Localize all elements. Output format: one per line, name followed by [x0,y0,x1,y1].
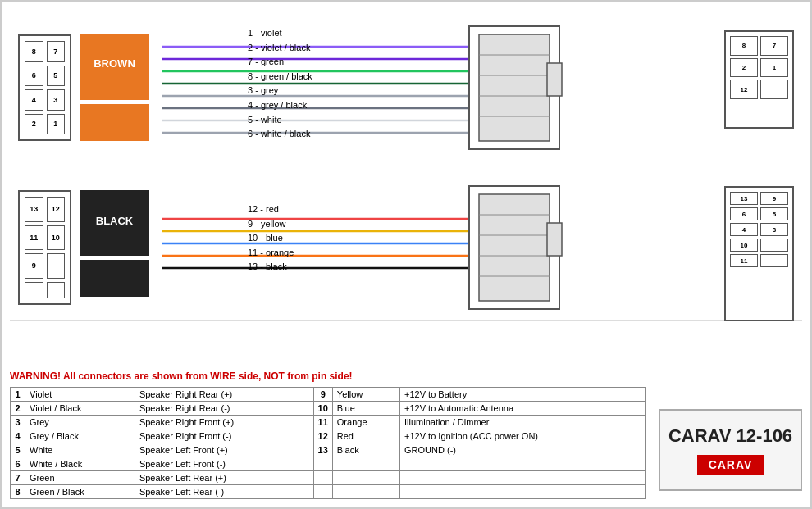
connector-right-bottom: 139 65 43 10 11 [724,186,794,321]
main-container: 8 7 6 5 4 3 2 1 13 12 11 10 9 [0,0,812,509]
brand-box: CARAV 12-106 CARAV [659,409,802,491]
pin-3: 3 [47,89,66,111]
brand-logo: CARAV [697,455,764,475]
pin-empty2 [25,282,43,299]
block-black-bottom [80,260,149,297]
svg-rect-27 [547,223,562,256]
svg-rect-22 [479,194,550,301]
wire-labels-top: 1 - violet 2 - violet / black 7 - green … [248,26,312,142]
table-row: 2Violet / BlackSpeaker Right Rear (-) 10… [11,402,646,416]
connector-right-top: 87 21 12 [724,30,794,129]
svg-rect-14 [469,26,559,149]
table-row: 8Green / BlackSpeaker Left Rear (-) [11,485,646,499]
diagram-area: 8 7 6 5 4 3 2 1 13 12 11 10 9 [10,10,802,321]
block-black-label: BLACK [80,215,149,227]
table-row: 4Grey / BlackSpeaker Right Front (-) 12R… [11,429,646,443]
svg-rect-15 [479,34,550,141]
pin-2: 2 [25,114,43,135]
brand-model: CARAV 12-106 [668,425,792,447]
svg-rect-21 [469,186,559,309]
warning-text: WARNING! All connectors are shown from W… [10,370,646,382]
table-area: WARNING! All connectors are shown from W… [10,370,646,499]
pin-13: 13 [25,197,43,222]
table-row: 1VioletSpeaker Right Rear (+) 9Yellow+12… [11,388,646,402]
block-brown-label: BROWN [80,57,149,70]
pin-6: 6 [25,66,43,87]
pin-5: 5 [47,66,66,87]
pin-10: 10 [47,225,66,251]
pin-11: 11 [25,225,43,251]
svg-rect-20 [547,63,562,96]
pin-1: 1 [47,114,66,135]
connector-left-top: 8 7 6 5 4 3 2 1 [18,34,71,141]
svg-line-8 [469,51,551,108]
table-row: 7GreenSpeaker Left Rear (+) [11,471,646,485]
wire-labels-bottom: 12 - red 9 - yellow 10 - blue 11 - orang… [248,202,294,275]
pin-12: 12 [47,197,66,222]
pin-4: 4 [25,89,43,111]
pin-9: 9 [25,253,43,279]
table-row: 5WhiteSpeaker Left Front (+) 13BlackGROU… [11,443,646,457]
table-row: 3GreySpeaker Right Front (+) 11OrangeIll… [11,416,646,429]
pin-7: 7 [47,41,66,62]
table-row: 6White / BlackSpeaker Left Front (-) [11,457,646,471]
connector-left-bottom: 13 12 11 10 9 [18,190,71,305]
pin-empty3 [47,282,66,299]
pin-8: 8 [25,41,43,62]
pin-empty1 [47,253,66,279]
block-brown-bottom [80,104,149,141]
pin-table: 1VioletSpeaker Right Rear (+) 9Yellow+12… [10,387,646,499]
